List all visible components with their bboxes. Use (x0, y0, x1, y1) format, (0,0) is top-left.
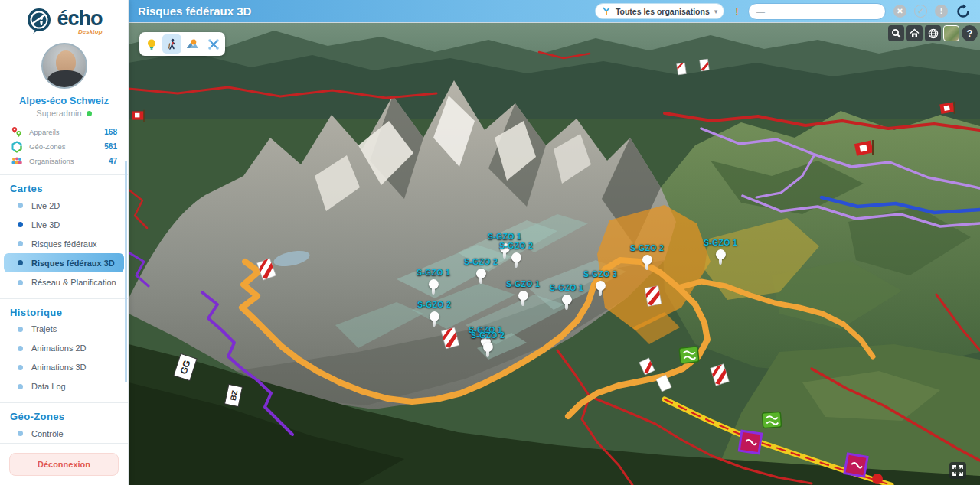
user-avatar[interactable] (41, 43, 87, 89)
stat-label: Appareils (29, 128, 104, 136)
nav-dot (18, 241, 23, 246)
sidebar-item-animations-2d[interactable]: Animations 2D (4, 339, 124, 358)
map-help-button[interactable]: ? (962, 25, 978, 41)
sidebar-scrollbar[interactable] (125, 161, 127, 382)
map-3d-view[interactable]: GG BZ (129, 23, 980, 485)
alert-info-icon[interactable]: ! (935, 5, 948, 18)
geozone-pin[interactable]: S-GZO 2 (417, 300, 451, 321)
geozone-pin-label: S-GZO 3 (583, 269, 617, 278)
warning-icon[interactable]: ! (735, 5, 739, 18)
geozone-pin[interactable]: S-GZO 2 (464, 257, 498, 278)
sidebar-item-animations-3d[interactable]: Animations 3D (4, 358, 124, 377)
clear-filter-icon[interactable]: ✕ (893, 5, 906, 18)
stat-value: 561 (104, 142, 117, 151)
filter-input[interactable] (748, 3, 886, 20)
map-basemap-button[interactable] (943, 25, 959, 41)
sidebar-stats: Appareils 168 Géo-Zones 561 (0, 125, 128, 168)
geozone-pin-label: S-GZO 2 (471, 330, 505, 340)
stat-label: Organisations (29, 157, 109, 165)
geozone-pin-label: S-GZO 1 (506, 279, 540, 288)
terrain-3d[interactable]: GG BZ (129, 23, 980, 485)
nav-label: Live 3D (31, 220, 60, 229)
geozone-pin[interactable]: S-GZO 2 (471, 330, 505, 352)
pin-balloon-icon (475, 269, 485, 278)
logout-button[interactable]: Déconnexion (9, 453, 119, 476)
sidebar-item-risques-federaux-3d[interactable]: Risques fédéraux 3D (4, 253, 124, 272)
mountain-weather-tool-button[interactable] (183, 34, 202, 54)
confirm-filter-icon[interactable]: ✓ (914, 5, 927, 18)
geozone-pin-label: S-GZO 1 (704, 238, 737, 247)
app-window: écho Desktop Alpes-éco Schweiz Superadmi… (0, 0, 980, 485)
organisation-filter-icon (602, 7, 611, 16)
organization-icon (11, 155, 23, 168)
hiker-tool-button[interactable] (162, 34, 181, 54)
stat-geozones[interactable]: Géo-Zones 561 (11, 139, 117, 154)
page-title: Risques fédéraux 3D (138, 5, 251, 18)
nav-label: Contrôle (31, 429, 64, 438)
nav-label: Trajets (31, 324, 57, 334)
header-bar: Risques fédéraux 3D Toutes les organisat… (129, 0, 980, 23)
mountain-sun-icon (186, 38, 199, 50)
geozone-pin[interactable]: S-GZO 1 (416, 268, 450, 289)
sidebar-item-risques-federaux[interactable]: Risques fédéraux (4, 234, 124, 253)
stat-organisations[interactable]: Organisations 47 (11, 154, 117, 168)
pin-balloon-icon (518, 291, 528, 301)
logo-text: écho (57, 7, 102, 30)
organisation-filter-dropdown[interactable]: Toutes les organisations ▾ (595, 3, 724, 19)
lightbulb-icon (145, 38, 158, 50)
sidebar-item-data-log[interactable]: Data Log (4, 377, 124, 396)
user-name: Alpes-éco Schweiz (0, 95, 128, 106)
nav-dot (18, 346, 23, 351)
nav-dot (18, 327, 23, 332)
geozone-pin[interactable]: S-GZO 2 (630, 243, 664, 265)
sidebar-item-live-3d[interactable]: Live 3D (4, 215, 124, 234)
pin-balloon-icon (642, 255, 652, 265)
fullscreen-icon (952, 465, 963, 476)
map-controls: ? (888, 25, 978, 41)
geozone-pin[interactable]: S-GZO 1 (704, 238, 737, 259)
search-icon (891, 28, 901, 38)
map-search-button[interactable] (888, 25, 904, 41)
stat-appareils[interactable]: Appareils 168 (11, 125, 117, 139)
sidebar: écho Desktop Alpes-éco Schweiz Superadmi… (0, 0, 129, 485)
hexagon-zone-icon (11, 141, 23, 153)
map-home-button[interactable] (906, 25, 923, 41)
pin-balloon-icon (482, 342, 492, 352)
pin-balloon-icon (511, 252, 521, 262)
refresh-icon[interactable] (956, 4, 971, 19)
section-geozones: Géo-Zones (0, 403, 128, 424)
geozone-pin[interactable]: S-GZO 1 (550, 283, 583, 304)
drone-icon (207, 38, 220, 50)
lightbulb-tool-button[interactable] (142, 34, 161, 54)
stat-value: 168 (104, 128, 117, 136)
geozone-pin[interactable]: S-GZO 2 (499, 241, 533, 262)
logo-subtitle: Desktop (78, 28, 103, 35)
geozone-pin[interactable]: S-GZO 1 (506, 279, 540, 301)
fullscreen-button[interactable] (949, 462, 966, 479)
sidebar-item-trajets[interactable]: Trajets (4, 320, 124, 339)
sidebar-item-live-2d[interactable]: Live 2D (4, 196, 124, 215)
nav-dot (18, 384, 23, 389)
geozone-pin[interactable]: S-GZO 3 (583, 269, 617, 291)
map-toolbar (139, 32, 225, 56)
nav-label: Risques fédéraux 3D (31, 259, 115, 268)
geozone-pin-label: S-GZO 2 (499, 241, 533, 250)
pin-balloon-icon (561, 295, 571, 304)
hiker-icon (166, 38, 178, 50)
user-role: Superadmin (0, 109, 128, 118)
pin-balloon-icon (429, 311, 439, 321)
nav-dot (18, 260, 23, 265)
nav-dot (18, 203, 23, 208)
nav-label: Risques fédéraux (31, 239, 97, 249)
section-cartes: Cartes (0, 175, 128, 196)
sidebar-item-controle[interactable]: Contrôle (4, 424, 124, 443)
globe-icon (928, 28, 939, 39)
stat-value: 47 (109, 157, 117, 165)
nav-dot (18, 431, 23, 436)
nav-label: Animations 3D (31, 363, 87, 372)
nav-dot (18, 280, 23, 285)
map-globe-button[interactable] (925, 25, 941, 41)
sidebar-item-reseau-planification[interactable]: Réseau & Planification (4, 272, 124, 291)
drone-tool-button[interactable] (204, 34, 223, 54)
device-pins-icon (11, 126, 23, 138)
